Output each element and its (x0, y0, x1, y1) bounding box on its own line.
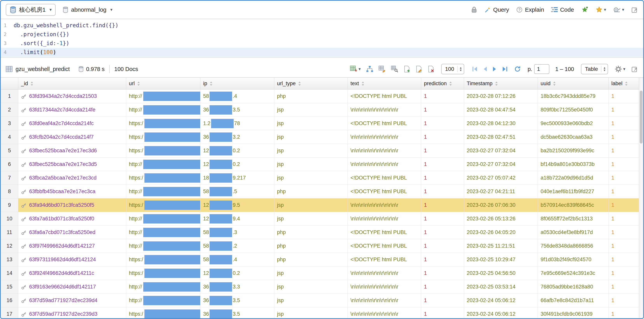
scrollbar-thumb[interactable] (640, 91, 643, 144)
cell-id[interactable]: 63fbca2a5bcaa7e2e17ec3cd (18, 171, 126, 185)
next-page-button[interactable] (492, 66, 498, 72)
cell-text[interactable]: \n\n\n\n\n\r\n\r\n\r\n\r (348, 307, 421, 318)
cell-timestamp[interactable]: 2023-02-27 07:32:04 (464, 158, 538, 171)
cell-uuid[interactable]: 66afb7e8c842d1b7a11 (538, 294, 608, 307)
cell-ip[interactable]: 58.4 (200, 90, 274, 103)
cell-url[interactable]: https:/ (126, 130, 200, 144)
cell-url[interactable]: https:/ (126, 253, 200, 266)
column-header-_id[interactable]: _id (18, 78, 126, 90)
add-favorite-star-icon[interactable] (581, 6, 588, 14)
refresh-button[interactable] (514, 66, 521, 73)
cell-text[interactable]: <!DOCTYPE html PUBL (348, 239, 421, 253)
cell-row-number[interactable]: 8 (1, 185, 18, 198)
cell-url-type[interactable]: jsp (274, 158, 348, 171)
cell-timestamp[interactable]: 2023-02-25 04:56:50 (464, 266, 538, 280)
cell-row-number[interactable]: 11 (1, 226, 18, 239)
cell-text[interactable]: \n\n\n\n\n\r\n\r\n\r\n\r (348, 103, 421, 117)
cell-uuid[interactable]: 9f1d03b2f49cf924570 (538, 253, 608, 266)
first-page-button[interactable] (472, 66, 478, 72)
cell-id[interactable]: 63fa94d6bd071c3fca5250f5 (18, 198, 126, 212)
add-document-button[interactable] (404, 66, 410, 73)
prev-page-button[interactable] (482, 66, 488, 72)
remove-document-button[interactable] (428, 66, 434, 73)
cell-text[interactable]: <!DOCTYPE html PUBL (348, 171, 421, 185)
cell-prediction[interactable]: 1 (421, 198, 464, 212)
cell-uuid[interactable]: 8f0655ff72ef2b5c1313 (538, 212, 608, 226)
cell-text[interactable]: \n\n\n\n\n\r\n\r\n\r\n\r (348, 266, 421, 280)
cell-row-number[interactable]: 7 (1, 171, 18, 185)
cell-url-type[interactable]: jsp (274, 117, 348, 130)
column-header-url[interactable]: url (126, 78, 200, 90)
cell-timestamp[interactable]: 2023-02-27 05:07:42 (464, 171, 538, 185)
cell-url-type[interactable]: jsp (274, 198, 348, 212)
cell-url[interactable]: http:// (126, 294, 200, 307)
cell-timestamp[interactable]: 2023-02-28 02:47:51 (464, 130, 538, 144)
cell-prediction[interactable]: 1 (421, 280, 464, 294)
cell-prediction[interactable]: 1 (421, 158, 464, 171)
cell-id[interactable]: 63fd39434a2c7d4ccda21503 (18, 90, 126, 103)
schema-button[interactable] (366, 66, 373, 72)
cell-timestamp[interactable]: 2023-02-25 10:29:47 (464, 253, 538, 266)
cell-url[interactable]: http:// (126, 280, 200, 294)
cell-id[interactable]: 63f924f49662d4d6df14211c (18, 266, 126, 280)
cell-ip[interactable]: 363.3 (200, 280, 274, 294)
cell-prediction[interactable]: 1 (421, 239, 464, 253)
cell-ip[interactable]: 58.2 (200, 239, 274, 253)
cell-prediction[interactable]: 1 (421, 226, 464, 239)
cell-url-type[interactable]: php (274, 226, 348, 239)
cell-uuid[interactable]: 76805ad9bbe1628a80 (538, 280, 608, 294)
cell-url[interactable]: http:// (126, 90, 200, 103)
cell-text[interactable]: <!DOCTYPE html PUBL (348, 117, 421, 130)
cell-row-number[interactable]: 6 (1, 158, 18, 171)
cell-label[interactable]: 1 (608, 212, 639, 226)
cell-url-type[interactable]: jsp (274, 103, 348, 117)
cell-timestamp[interactable]: 2023-02-25 03:53:14 (464, 280, 538, 294)
cell-prediction[interactable]: 1 (421, 117, 464, 130)
cell-prediction[interactable]: 1 (421, 144, 464, 158)
cell-uuid[interactable]: 7e95c669e524c391e3c (538, 266, 608, 280)
cell-url[interactable]: http:// (126, 239, 200, 253)
cell-ip[interactable]: 189.217 (200, 171, 274, 185)
cell-id[interactable]: 63f973119662d4d6df142124 (18, 253, 126, 266)
cell-ip[interactable]: 58.4 (200, 253, 274, 266)
cell-id[interactable]: 63f7d59ad771927d2ec239d3 (18, 307, 126, 318)
cell-timestamp[interactable]: 2023-02-27 04:21:11 (464, 185, 538, 198)
cell-row-number[interactable]: 15 (1, 280, 18, 294)
cell-prediction[interactable]: 1 (421, 130, 464, 144)
cell-url[interactable]: http:// (126, 212, 200, 226)
cell-label[interactable]: 1 (608, 239, 639, 253)
cell-text[interactable]: <!DOCTYPE html PUBL (348, 253, 421, 266)
cell-prediction[interactable]: 1 (421, 212, 464, 226)
cell-label[interactable]: 1 (608, 158, 639, 171)
app-menu[interactable]: ▾ (613, 7, 624, 13)
modify-document-button[interactable] (416, 66, 422, 73)
cell-text[interactable]: \n\n\n\n\n\r\n\r\n\r\n\r (348, 294, 421, 307)
column-header-Timestamp[interactable]: Timestamp (464, 78, 538, 90)
cell-uuid[interactable]: bf14b9a801e30b0373b (538, 158, 608, 171)
query-editor[interactable]: 1db.gzu_webshell_predict.find({})2 .proj… (1, 19, 643, 58)
connection-selector[interactable]: 核心机房1 ▾ (6, 4, 56, 16)
cell-uuid[interactable]: 756de8348da8666856 (538, 239, 608, 253)
cell-timestamp[interactable]: 2023-02-27 07:32:04 (464, 144, 538, 158)
cell-ip[interactable]: 363.2 (200, 130, 274, 144)
cell-row-number[interactable]: 17 (1, 307, 18, 318)
settings-menu[interactable]: ▾ (615, 65, 625, 73)
cell-id[interactable]: 63fcfb204a2c7d4ccda214f7 (18, 130, 126, 144)
cell-text[interactable]: \n\n\n\n\n\r\n\r\n\r\n\r (348, 280, 421, 294)
cell-timestamp[interactable]: 2023-02-28 07:12:26 (464, 90, 538, 103)
cell-url[interactable]: http:// (126, 226, 200, 239)
cell-url[interactable]: http:// (126, 185, 200, 198)
last-page-button[interactable] (502, 66, 508, 72)
lock-icon[interactable] (471, 6, 477, 13)
page-input[interactable] (534, 64, 549, 74)
cell-row-number[interactable]: 4 (1, 130, 18, 144)
cell-row-number[interactable]: 1 (1, 90, 18, 103)
cell-row-number[interactable]: 10 (1, 212, 18, 226)
cell-row-number[interactable]: 2 (1, 103, 18, 117)
cell-url-type[interactable]: php (274, 239, 348, 253)
cell-uuid[interactable]: ba2b2150209f993e99c (538, 144, 608, 158)
cell-row-number[interactable]: 3 (1, 117, 18, 130)
cell-timestamp[interactable]: 2023-02-28 04:12:30 (464, 117, 538, 130)
cell-url[interactable]: https:/ (126, 171, 200, 185)
cell-ip[interactable]: 120.2 (200, 158, 274, 171)
